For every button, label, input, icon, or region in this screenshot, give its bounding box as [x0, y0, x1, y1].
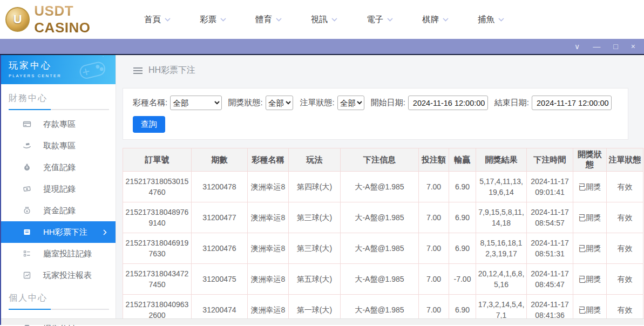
cell-draw-result: 7,9,15,5,8,11,14,18 [476, 202, 527, 233]
lottery-name-select[interactable]: 全部 [170, 96, 221, 110]
col-draw-result: 開獎結果 [476, 148, 527, 172]
window-collapse-icon[interactable]: ∨ [574, 43, 580, 50]
cell-play-type: 第三球(大) [289, 233, 341, 264]
chevron-right-icon [103, 229, 107, 235]
nav-item-label: 彩票 [200, 14, 216, 25]
search-button[interactable]: 查詢 [133, 116, 165, 133]
cell-order-status: 有效 [607, 172, 643, 202]
gamepad-icon [71, 56, 113, 83]
cell-bet-amount: 7.00 [419, 264, 449, 295]
logo-text: USDT CASINO [34, 3, 132, 36]
sidebar-item-recharge-records[interactable]: 充值記錄 [1, 157, 116, 178]
bets-table-wrapper: 訂單號 期數 彩種名稱 玩法 下注信息 投注額 輸贏 開獎結果 下注時間 開獎狀… [123, 148, 644, 325]
order-status-label: 注單狀態: [300, 98, 334, 108]
sidebar-item-label: 玩家投注報表 [43, 270, 92, 281]
sidebar-item-hh-lottery-bets[interactable]: HH彩票下注 [1, 221, 116, 243]
nav-item-slots[interactable]: 電子 [367, 14, 393, 25]
main-content: HH彩票下注 彩種名稱: 全部 開獎狀態: 全部 注單狀態: 全部 開始日期: … [116, 55, 644, 325]
col-period: 期數 [192, 148, 248, 172]
site-logo[interactable]: U USDT CASINO [5, 3, 132, 36]
logo-badge-icon: U [5, 7, 30, 32]
sidebar-item-label: 充值記錄 [43, 162, 76, 173]
nav-item-fishing[interactable]: 捕魚 [478, 14, 504, 25]
nav-item-video[interactable]: 視訊 [311, 14, 337, 25]
bets-table: 訂單號 期數 彩種名稱 玩法 下注信息 投注額 輸贏 開獎結果 下注時間 開獎狀… [123, 148, 643, 325]
chevron-down-icon [387, 18, 393, 22]
nav-item-label: 棋牌 [422, 14, 439, 25]
sidebar-section-personal: 個人中心 [1, 286, 116, 310]
cell-win-loss: 6.90 [449, 202, 476, 233]
sidebar-section-finance: 財務中心 [1, 84, 116, 110]
lottery-ticket-icon [23, 228, 31, 236]
nav-item-sports[interactable]: 體育 [255, 14, 282, 25]
sidebar-menu: 存款專區 取款專區 充值記錄 提現記錄 資金記錄 HH彩票下注 [1, 110, 116, 286]
sidebar-item-label: 資金記錄 [43, 206, 76, 216]
sidebar-item-withdraw[interactable]: 取款專區 [1, 135, 116, 157]
horizontal-scrollbar[interactable] [1, 318, 644, 325]
nav-item-label: 電子 [367, 14, 383, 25]
sidebar: 玩家中心 PLAYERS CENTER 財務中心 存款專區 [1, 55, 116, 325]
sidebar-item-deposit[interactable]: 存款專區 [1, 113, 116, 135]
window-maximize-icon[interactable]: □ [613, 43, 618, 50]
sidebar-item-hall-bet-records[interactable]: 廳室投註記錄 [1, 243, 116, 264]
cell-bet-info: 大-A盤@1.985 [341, 172, 419, 202]
nav-item-cards[interactable]: 棋牌 [422, 14, 449, 25]
cell-play-type: 第五球(大) [289, 264, 341, 295]
draw-status-select[interactable]: 全部 [266, 96, 294, 110]
chevron-down-icon [443, 18, 449, 22]
col-draw-status: 開獎狀態 [573, 148, 607, 172]
sidebar-item-player-bet-report[interactable]: 玩家投注報表 [1, 264, 116, 286]
cell-bet-time: 2024-11-17 09:01:41 [527, 172, 573, 202]
end-date-input[interactable] [532, 96, 612, 110]
app-frame: 玩家中心 PLAYERS CENTER 財務中心 存款專區 [0, 55, 644, 325]
nav-item-label: 捕魚 [478, 14, 494, 25]
money-bag-icon [23, 163, 31, 172]
hamburger-menu-icon[interactable] [133, 67, 143, 74]
col-bet-info: 下注信息 [341, 148, 419, 172]
cell-order-no: 2152173180530154760 [123, 172, 192, 202]
order-status-select[interactable]: 全部 [337, 96, 364, 110]
cell-lottery-name: 澳洲幸运8 [248, 172, 289, 202]
cell-draw-result: 8,15,16,18,12,3,19,17 [476, 233, 527, 264]
cell-bet-time: 2024-11-17 08:54:57 [527, 202, 573, 233]
start-date-input[interactable] [408, 96, 488, 110]
nav-item-label: 首頁 [144, 14, 161, 25]
section-label: 財務中心 [9, 93, 109, 109]
chevron-down-icon [276, 18, 282, 22]
cell-order-no: 2152173180434727450 [123, 264, 192, 295]
cell-win-loss: 6.90 [449, 233, 476, 264]
cell-draw-status: 已開獎 [573, 202, 607, 233]
sidebar-item-label: 提現記錄 [43, 184, 76, 194]
chevron-down-icon [220, 18, 226, 22]
banknotes-icon [23, 185, 31, 193]
end-date-label: 結束日期: [494, 98, 529, 108]
nav-item-lottery[interactable]: 彩票 [200, 14, 226, 25]
draw-status-label: 開獎狀態: [228, 98, 263, 108]
cell-bet-amount: 7.00 [419, 172, 449, 202]
nav-item-home[interactable]: 首頁 [144, 14, 171, 25]
chevron-down-icon [331, 18, 337, 22]
cell-lottery-name: 澳洲幸运8 [248, 264, 289, 295]
main-menu: 首頁 彩票 體育 視訊 電子 棋牌 捕魚 [144, 14, 504, 25]
cell-bet-amount: 7.00 [419, 202, 449, 233]
table-row: 2152173180434727450 31200475 澳洲幸运8 第五球(大… [123, 264, 643, 295]
window-minimize-icon[interactable]: — [593, 43, 600, 50]
filter-panel: 彩種名稱: 全部 開獎狀態: 全部 注單狀態: 全部 開始日期: 結束日期: 查… [123, 88, 628, 140]
cell-period: 31200478 [192, 172, 248, 202]
sidebar-item-label: HH彩票下注 [43, 227, 87, 237]
col-bet-time: 下注時間 [527, 148, 573, 172]
sidebar-item-funds-records[interactable]: 資金記錄 [1, 200, 116, 221]
breadcrumb: HH彩票下注 [116, 55, 644, 86]
site-navbar: U USDT CASINO 首頁 彩票 體育 視訊 電子 棋牌 捕魚 [0, 0, 644, 39]
cell-draw-status: 已開獎 [573, 233, 607, 264]
report-chart-icon [23, 271, 31, 280]
cell-lottery-name: 澳洲幸运8 [248, 202, 289, 233]
sidebar-item-withdrawal-records[interactable]: 提現記錄 [1, 178, 116, 200]
cell-order-status: 有效 [607, 233, 643, 264]
window-close-icon[interactable]: × [631, 43, 635, 50]
cell-play-type: 第三球(大) [289, 202, 341, 233]
section-label: 個人中心 [9, 293, 109, 309]
cell-order-status: 有效 [607, 264, 643, 295]
cell-win-loss: -7.00 [449, 264, 476, 295]
bank-card-icon [23, 120, 31, 128]
